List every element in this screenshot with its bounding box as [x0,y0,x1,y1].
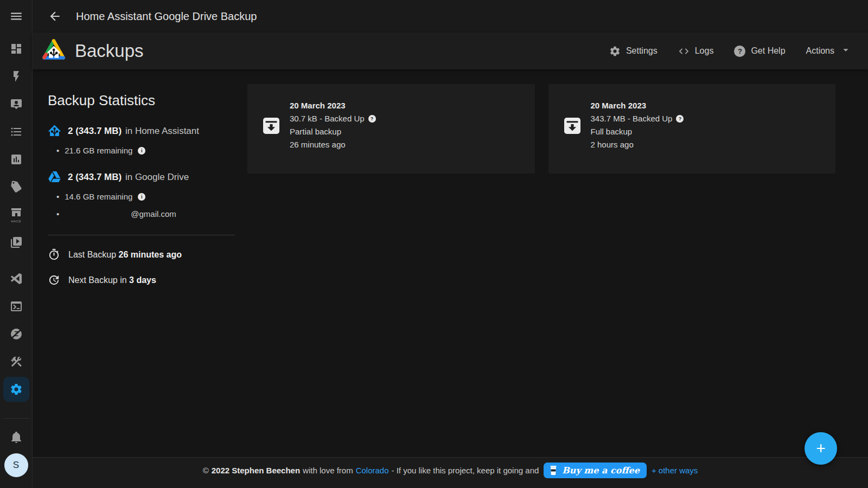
plus-icon: + [816,440,826,457]
settings-label: Settings [626,46,658,56]
backup-card-details: 20 March 2023 343.7 MB - Backed Up ? Ful… [591,99,684,174]
other-ways-link[interactable]: + other ways [652,466,698,475]
sidebar-item-tags[interactable] [0,173,33,201]
footer: © 2022 Stephen Beechen with love from Co… [33,457,868,488]
backup-card-details: 20 March 2023 30.7 kB - Backed Up ? Part… [290,99,376,174]
sidebar-item-history[interactable] [0,145,33,173]
coffee-cup-icon [549,465,558,476]
lightning-bolt-icon [10,70,23,83]
backup-card-partial[interactable]: 20 March 2023 30.7 kB - Backed Up ? Part… [247,84,535,174]
get-help-label: Get Help [751,46,785,56]
page-title: Home Assistant Google Drive Backup [76,10,257,23]
info-icon[interactable]: i [138,193,145,201]
help-icon: ? [734,46,745,57]
copyright-sign: © [203,466,209,475]
backup-ago: 26 minutes ago [290,138,376,151]
chart-box-icon [10,153,23,166]
media-play-box-icon [10,236,23,249]
sidebar-item-terminal[interactable] [0,292,33,320]
person-chat-icon [10,98,23,111]
chevron-down-icon [840,44,852,58]
bullet: • [56,209,59,219]
sidebar-item-settings-active[interactable] [0,375,33,403]
sidebar-divider [3,418,29,419]
main-content: Backup Statistics 2 (343.7 MB) in Home A… [33,69,868,457]
sidebar-item-developer-tools[interactable] [0,348,33,375]
settings-active-highlight [3,377,29,402]
back-arrow-icon[interactable] [47,8,63,24]
sidebar: HACS Z [0,0,33,488]
drive-backup-logo [40,37,67,65]
header-actions: Settings Logs ? Get Help Actions [609,44,852,58]
sidebar-item-hacs[interactable]: HACS [0,201,33,228]
svg-text:Z: Z [14,330,18,338]
menu-hamburger-icon[interactable] [9,9,23,23]
gd-stat-text: 2 (343.7 MB) in Google Drive [68,172,189,183]
avatar-initial: S [13,460,19,471]
next-backup-row: Next Backup in 3 days [48,274,247,286]
hammer-icon [10,355,23,368]
colorado-link[interactable]: Colorado [356,466,389,475]
sidebar-item-energy[interactable] [0,62,33,90]
stats-title: Backup Statistics [48,92,247,109]
sidebar-nav: HACS Z [0,35,33,403]
backup-type: Partial backup [290,125,376,138]
last-backup-row: Last Backup 26 minutes ago [48,248,247,261]
logs-button[interactable]: Logs [678,46,714,57]
google-drive-stat-row: 2 (343.7 MB) in Google Drive [48,170,247,184]
add-backup-fab[interactable]: + [805,432,837,465]
bullet: • [56,146,59,155]
stats-divider [48,235,235,235]
bmc-label: Buy me a coffee [562,465,640,476]
help-icon[interactable]: ? [676,115,684,123]
sidebar-item-vscode[interactable] [0,265,33,292]
backup-ago: 2 hours ago [591,138,684,151]
logs-label: Logs [695,46,714,56]
backup-statistics-panel: Backup Statistics 2 (343.7 MB) in Home A… [48,69,247,457]
sidebar-item-zigbee2mqtt[interactable]: Z [0,320,33,348]
gd-remaining-row: • 14.6 GB remaining i [56,192,247,201]
next-backup-text: Next Backup in 3 days [68,275,156,285]
actions-label: Actions [806,46,834,56]
gd-remaining-text: 14.6 GB remaining [65,192,132,201]
footer-text: © 2022 Stephen Beechen with love from Co… [203,463,698,478]
sidebar-item-media[interactable] [0,228,33,256]
sidebar-item-todo[interactable] [0,118,33,145]
timer-icon [48,248,60,261]
backup-size-status: 30.7 kB - Backed Up ? [290,112,376,125]
code-tags-icon [678,46,690,57]
hacs-label: HACS [11,220,21,223]
backup-cards: 20 March 2023 30.7 kB - Backed Up ? Part… [247,69,835,457]
sidebar-bottom: S [0,418,32,488]
gd-account-row: • @gmail.com [56,209,247,219]
settings-button[interactable]: Settings [609,46,658,57]
bulleted-list-icon [10,125,23,138]
update-clock-icon [48,274,60,286]
terminal-icon [10,300,23,313]
notifications-bell-icon[interactable] [5,426,27,448]
archive-download-icon [261,116,281,136]
backup-card-full[interactable]: 20 March 2023 343.7 MB - Backed Up ? Ful… [548,84,836,174]
sidebar-item-dashboard[interactable] [0,35,33,62]
section-title: Backups [75,41,144,61]
sidebar-item-person[interactable] [0,90,33,118]
info-icon[interactable]: i [138,147,145,155]
home-assistant-icon [48,124,61,138]
backup-type: Full backup [591,125,684,138]
footer-middle1: with love from [303,466,353,475]
tag-icon [8,179,23,194]
zigbee-icon: Z [10,328,23,341]
buy-me-a-coffee-button[interactable]: Buy me a coffee [544,463,647,478]
bullet: • [56,192,59,201]
sidebar-top [0,0,32,33]
help-icon[interactable]: ? [368,115,376,123]
last-backup-text: Last Backup 26 minutes ago [68,250,182,260]
content-column: Home Assistant Google Drive Backup Backu… [33,0,868,488]
get-help-button[interactable]: ? Get Help [734,46,785,57]
actions-dropdown[interactable]: Actions [806,44,852,58]
home-assistant-stat-row: 2 (343.7 MB) in Home Assistant [48,124,247,138]
user-avatar[interactable]: S [4,453,28,477]
gear-icon [10,383,23,396]
backup-size-status: 343.7 MB - Backed Up ? [591,112,684,125]
backup-date: 20 March 2023 [591,99,684,112]
